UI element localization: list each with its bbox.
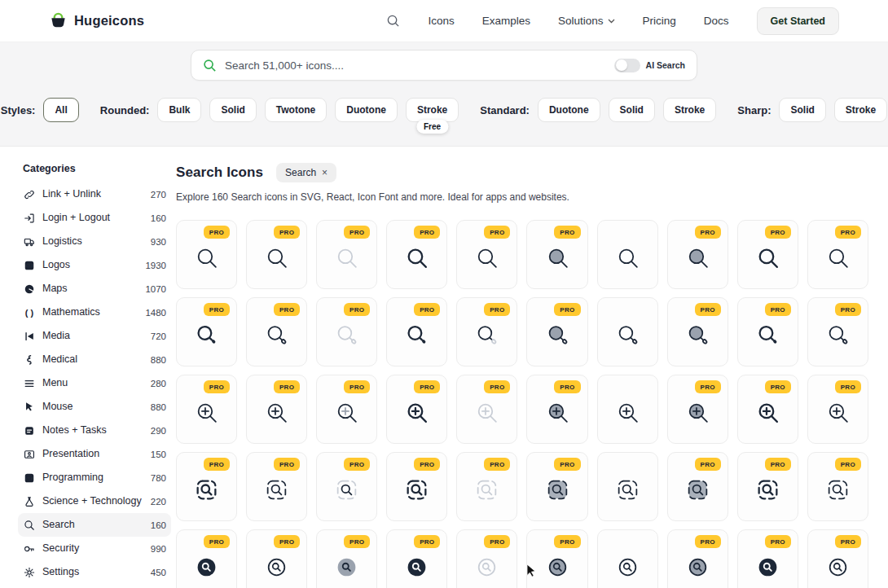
zoom-in-tile[interactable]: PRO bbox=[737, 375, 798, 444]
nav-link-icons[interactable]: Icons bbox=[428, 15, 454, 27]
search-tile[interactable]: PRO bbox=[246, 220, 307, 289]
search-circle-tile[interactable]: PRO bbox=[316, 529, 377, 588]
nav-link-docs[interactable]: Docs bbox=[704, 15, 729, 27]
search-area-tile[interactable]: PRO bbox=[737, 452, 798, 521]
sidebar-item-search[interactable]: Search160 bbox=[18, 513, 171, 537]
filter-button-all[interactable]: All bbox=[43, 98, 78, 122]
search-area-tile[interactable]: PRO bbox=[456, 452, 517, 521]
sidebar-item-programming[interactable]: APIProgramming780 bbox=[18, 466, 171, 489]
chip-close-icon[interactable]: × bbox=[322, 167, 328, 178]
sidebar-item-security[interactable]: Security990 bbox=[18, 537, 171, 560]
search-area-tile[interactable]: PRO bbox=[386, 452, 447, 521]
search-area-tile[interactable]: PRO bbox=[316, 452, 377, 521]
search-circle-tile[interactable]: PRO bbox=[526, 529, 587, 588]
search-area-tile[interactable]: PRO bbox=[176, 452, 237, 521]
search-handle-tile[interactable]: PRO bbox=[526, 297, 587, 366]
nav-link-examples[interactable]: Examples bbox=[482, 15, 530, 27]
search-tile[interactable]: PRO bbox=[386, 220, 447, 289]
search-tile[interactable]: PRO bbox=[176, 220, 237, 289]
search-tile[interactable]: PRO bbox=[667, 220, 728, 289]
sidebar-item-settings[interactable]: Settings450 bbox=[18, 560, 171, 584]
search-handle-tile[interactable]: PRO bbox=[176, 297, 237, 366]
zoom-in-tile[interactable]: PRO bbox=[526, 375, 587, 444]
sidebar-item-logistics[interactable]: Logistics930 bbox=[18, 230, 171, 253]
search-circle-tile[interactable]: PRO bbox=[176, 529, 237, 588]
brand-logo[interactable]: Hugeicons bbox=[49, 11, 144, 30]
sidebar-item-mouse[interactable]: Mouse880 bbox=[18, 395, 171, 419]
search-handle-tile[interactable]: PRO bbox=[456, 297, 517, 366]
search-circle-tile[interactable]: PRO bbox=[807, 529, 868, 588]
search-circle-tile[interactable]: PRO bbox=[386, 529, 447, 588]
icon-search-bar[interactable]: AI Search bbox=[191, 50, 697, 81]
filter-button-solid[interactable]: Solid bbox=[779, 98, 825, 122]
search-circle-tile[interactable]: PRO bbox=[737, 529, 798, 588]
search-area-tile[interactable]: PRO bbox=[807, 452, 868, 521]
search-area-tile[interactable]: PRO bbox=[246, 452, 307, 521]
search-handle-tile[interactable]: PRO bbox=[246, 297, 307, 366]
filter-button-stroke[interactable]: Stroke bbox=[663, 98, 716, 122]
filter-button-duotone[interactable]: Duotone bbox=[335, 98, 398, 122]
media-icon bbox=[23, 331, 36, 342]
pro-badge: PRO bbox=[695, 458, 721, 471]
sidebar-item-notes-tasks[interactable]: Notes + Tasks290 bbox=[18, 419, 171, 442]
search-tile[interactable]: PRO bbox=[526, 220, 587, 289]
filter-group: Sharp:SolidStroke bbox=[737, 98, 887, 122]
nav-link-solutions[interactable]: Solutions bbox=[558, 15, 615, 27]
sidebar-item-link-unlink[interactable]: Link + Unlink270 bbox=[18, 182, 171, 206]
sidebar-item-presentation[interactable]: Presentation150 bbox=[18, 442, 171, 466]
filter-button-solid[interactable]: Solid bbox=[609, 98, 655, 122]
sidebar-item-count: 160 bbox=[151, 213, 166, 223]
sidebar-item-mathematics[interactable]: ( )Mathematics1480 bbox=[18, 301, 171, 324]
zoom-in-tile[interactable]: PRO bbox=[246, 375, 307, 444]
search-area-tile[interactable]: PRO bbox=[667, 452, 728, 521]
get-started-button[interactable]: Get Started bbox=[757, 7, 839, 35]
sidebar-item-maps[interactable]: Maps1070 bbox=[18, 277, 171, 301]
search-tile[interactable]: PRO bbox=[807, 220, 868, 289]
sidebar-item-science-technology[interactable]: Science + Technology220 bbox=[18, 489, 171, 513]
filter-button-stroke[interactable]: StrokeFree bbox=[406, 98, 459, 122]
search-area-tile[interactable] bbox=[597, 452, 658, 521]
zoom-in-tile[interactable] bbox=[597, 375, 658, 444]
sidebar-item-login-logout[interactable]: Login + Logout160 bbox=[18, 206, 171, 230]
search-handle-tile[interactable]: PRO bbox=[667, 297, 728, 366]
search-circle-tile[interactable]: PRO bbox=[246, 529, 307, 588]
search-tile[interactable]: PRO bbox=[456, 220, 517, 289]
sidebar-item-menu[interactable]: Menu280 bbox=[18, 371, 171, 395]
filter-button-bulk[interactable]: Bulk bbox=[157, 98, 201, 122]
zoom-in-tile[interactable]: PRO bbox=[807, 375, 868, 444]
search-area-tile[interactable]: PRO bbox=[526, 452, 587, 521]
pro-badge: PRO bbox=[344, 458, 370, 471]
search-circle-tile[interactable] bbox=[597, 529, 658, 588]
zoom-in-tile[interactable]: PRO bbox=[176, 375, 237, 444]
search-circle-tile[interactable]: PRO bbox=[667, 529, 728, 588]
zoom-in-tile[interactable]: PRO bbox=[456, 375, 517, 444]
sidebar-item-count: 220 bbox=[151, 497, 166, 507]
search-circle-tile[interactable]: PRO bbox=[456, 529, 517, 588]
sidebar-item-media[interactable]: Media720 bbox=[18, 324, 171, 348]
ai-search-toggle[interactable]: AI Search bbox=[614, 59, 685, 72]
search-handle-tile[interactable]: PRO bbox=[386, 297, 447, 366]
search-tile[interactable] bbox=[597, 220, 658, 289]
zoom-in-tile[interactable]: PRO bbox=[667, 375, 728, 444]
search-tile[interactable]: PRO bbox=[316, 220, 377, 289]
search-handle-tile[interactable] bbox=[597, 297, 658, 366]
search-handle-tile[interactable]: PRO bbox=[316, 297, 377, 366]
search-input[interactable] bbox=[225, 59, 606, 72]
filter-button-duotone[interactable]: Duotone bbox=[538, 98, 600, 122]
zoom-in-tile[interactable]: PRO bbox=[316, 375, 377, 444]
search-handle-tile[interactable]: PRO bbox=[737, 297, 798, 366]
filter-button-solid[interactable]: Solid bbox=[209, 98, 256, 122]
nav-search-icon[interactable] bbox=[386, 14, 400, 28]
pro-badge: PRO bbox=[414, 458, 440, 471]
filter-button-stroke[interactable]: Stroke bbox=[834, 98, 887, 122]
search-tile[interactable]: PRO bbox=[737, 220, 798, 289]
toggle-track[interactable] bbox=[614, 59, 640, 72]
zoom-in-tile[interactable]: PRO bbox=[386, 375, 447, 444]
filter-button-twotone[interactable]: Twotone bbox=[265, 98, 327, 122]
free-badge: Free bbox=[416, 120, 448, 134]
sidebar-item-medical[interactable]: Medical880 bbox=[18, 348, 171, 371]
sidebar-item-logos[interactable]: AdLogos1930 bbox=[18, 253, 171, 277]
search-filter-chip[interactable]: Search × bbox=[276, 163, 336, 182]
search-handle-tile[interactable]: PRO bbox=[807, 297, 868, 366]
nav-link-pricing[interactable]: Pricing bbox=[643, 15, 676, 27]
